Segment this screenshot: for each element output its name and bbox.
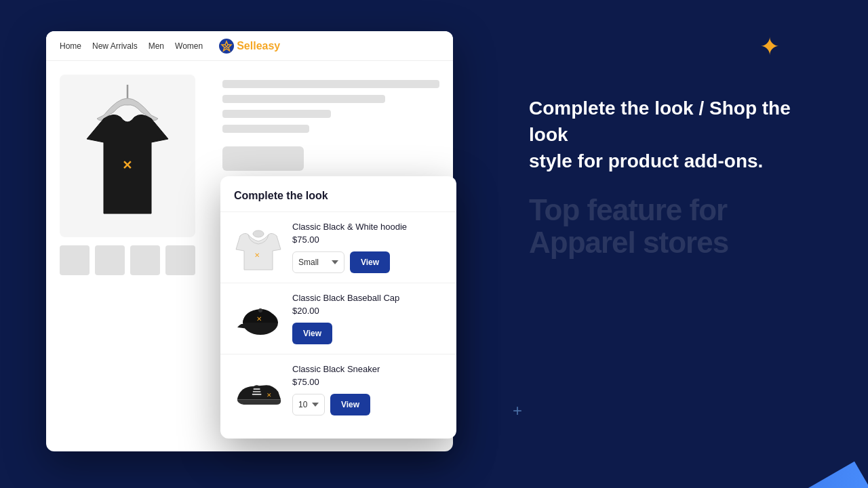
nav-men[interactable]: Men [149, 41, 164, 51]
hoodie-size-select[interactable]: Small Medium Large XL [292, 251, 344, 273]
product-image-area: ✕ [60, 75, 209, 291]
hoodie-name: Classic Black & White hoodie [292, 222, 443, 232]
svg-text:✕: ✕ [122, 159, 132, 172]
sneaker-name: Classic Black Sneaker [292, 364, 443, 374]
hoodie-details: Classic Black & White hoodie $75.00 Smal… [292, 222, 443, 273]
logo-easy: easy [256, 40, 281, 52]
cap-svg: ✕ [235, 297, 282, 341]
svg-text:✕: ✕ [224, 43, 229, 50]
hoodie-image: ✕ [234, 223, 283, 272]
svg-text:✕: ✕ [254, 251, 260, 259]
svg-text:✕: ✕ [267, 391, 272, 398]
product-item-hoodie: ✕ Classic Black & White hoodie $75.00 Sm… [220, 211, 456, 283]
logo-sell: Sell [237, 40, 256, 52]
sneaker-controls: 8 9 10 11 12 View [292, 394, 443, 415]
tshirt-svg: ✕ [66, 78, 189, 234]
nav-home[interactable]: Home [60, 41, 81, 51]
logo: ✕ Selleasy [219, 39, 280, 54]
diagonal-stripe [583, 298, 868, 488]
hoodie-view-button[interactable]: View [350, 251, 390, 273]
product-item-sneaker: ✕ Classic Black Sneaker $75.00 8 9 10 11… [220, 354, 456, 425]
skeleton-subtitle [222, 95, 385, 103]
nav-women[interactable]: Women [175, 41, 203, 51]
hoodie-svg: ✕ [235, 222, 282, 273]
cap-price: $20.00 [292, 306, 443, 316]
cap-controls: View [292, 323, 443, 344]
sneaker-view-button[interactable]: View [330, 394, 370, 415]
sneaker-size-select[interactable]: 8 9 10 11 12 [292, 394, 325, 415]
product-item-cap: ✕ Classic Black Baseball Cap $20.00 View [220, 283, 456, 354]
right-content: Complete the look / Shop the lookstyle f… [529, 95, 814, 259]
thumbnail-3[interactable] [130, 245, 160, 275]
svg-point-5 [253, 230, 264, 237]
cap-image: ✕ [234, 294, 283, 343]
hoodie-controls: Small Medium Large XL View [292, 251, 443, 273]
cap-details: Classic Black Baseball Cap $20.00 View [292, 293, 443, 344]
product-thumbnails [60, 245, 209, 275]
logo-text: Selleasy [237, 40, 280, 52]
cap-view-button[interactable]: View [292, 323, 332, 344]
feature-text-1: Top feature for [529, 194, 814, 226]
thumbnail-2[interactable] [95, 245, 125, 275]
nav-new-arrivals[interactable]: New Arrivals [92, 41, 138, 51]
feature-text-2: Apparel stores [529, 226, 814, 259]
sneaker-image: ✕ [234, 365, 283, 414]
skeleton-title [222, 80, 439, 88]
skeleton-extra [222, 125, 309, 133]
svg-point-8 [258, 308, 262, 312]
sneaker-details: Classic Black Sneaker $75.00 8 9 10 11 1… [292, 364, 443, 415]
cross-icon: + [513, 401, 522, 420]
thumbnail-4[interactable] [165, 245, 195, 275]
logo-icon: ✕ [219, 39, 234, 54]
complete-look-panel: Complete the look ✕ Classic Black & Whit… [220, 176, 456, 439]
panel-title: Complete the look [220, 190, 456, 211]
sneaker-price: $75.00 [292, 377, 443, 387]
thumbnail-1[interactable] [60, 245, 90, 275]
sneaker-svg: ✕ [234, 371, 283, 409]
star-icon: ✦ [760, 33, 787, 60]
nav-links: Home New Arrivals Men Women [60, 41, 203, 51]
cap-name: Classic Black Baseball Cap [292, 293, 443, 303]
main-headline: Complete the look / Shop the lookstyle f… [529, 95, 814, 175]
hoodie-price: $75.00 [292, 235, 443, 245]
skeleton-price [222, 110, 331, 118]
svg-text:✕: ✕ [256, 315, 262, 323]
skeleton-button [222, 146, 304, 171]
product-main-image: ✕ [60, 75, 195, 237]
navbar: Home New Arrivals Men Women ✕ Selleasy [46, 31, 453, 61]
